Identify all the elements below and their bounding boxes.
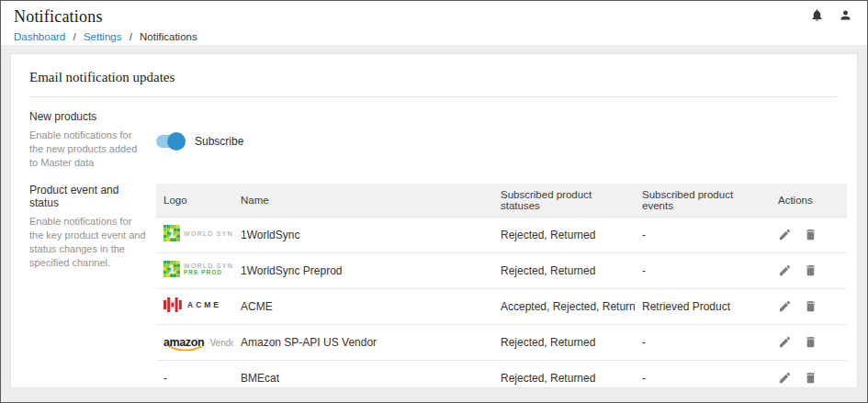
edit-button[interactable] xyxy=(778,228,792,241)
notifications-bell-button[interactable] xyxy=(810,8,824,22)
toggle-knob xyxy=(167,132,186,151)
subscribe-toggle-row: Subscribe xyxy=(156,112,243,171)
divider xyxy=(29,96,839,97)
page-title: Notifications xyxy=(14,7,854,27)
cell-logo: ACME xyxy=(156,288,233,324)
breadcrumb-dashboard[interactable]: Dashboard xyxy=(14,31,65,42)
acme-logo: ACME xyxy=(163,297,221,313)
cell-events: - xyxy=(635,217,771,252)
worldsync-logo: 1 WORLD SYNC™ xyxy=(163,225,233,241)
top-bar: Notifications Dashboard / Settings / Not… xyxy=(1,1,867,45)
column-header-name: Name xyxy=(233,184,493,218)
cell-events: - xyxy=(635,360,771,396)
new-products-section: New products Enable notifications for th… xyxy=(29,110,839,171)
edit-button[interactable] xyxy=(778,263,792,277)
table-row: ACME ACME Accepted, Rejected, Returned R… xyxy=(156,288,847,324)
cell-events: - xyxy=(635,252,771,288)
cell-statuses: Rejected, Returned xyxy=(493,252,635,288)
delete-button[interactable] xyxy=(804,335,817,349)
cell-actions xyxy=(771,217,847,252)
column-header-logo: Logo xyxy=(156,184,233,218)
cell-actions xyxy=(771,360,847,396)
no-logo-placeholder: - xyxy=(163,372,167,385)
acme-bars-icon xyxy=(163,297,182,313)
pencil-icon xyxy=(778,374,792,387)
cell-name: 1WorldSync xyxy=(233,217,493,252)
trash-icon xyxy=(804,230,817,244)
cell-statuses: Rejected, Returned xyxy=(493,324,635,360)
cell-logo: 1 WORLD SYNC™PRE PROD xyxy=(156,252,233,288)
amazon-logo-subtext: ·Vendor xyxy=(207,338,233,348)
column-header-statuses: Subscribed product statuses xyxy=(493,184,635,218)
user-icon xyxy=(839,11,852,25)
subscribe-toggle[interactable] xyxy=(156,135,184,148)
delete-button[interactable] xyxy=(804,228,817,241)
product-event-label: Product event and status xyxy=(29,184,147,209)
amazon-logo: amazon ·Vendor xyxy=(163,336,233,349)
table-row: 1 WORLD SYNC™PRE PROD 1WorldSync Preprod… xyxy=(156,252,847,288)
breadcrumb: Dashboard / Settings / Notifications xyxy=(14,31,854,42)
user-account-button[interactable] xyxy=(839,8,852,22)
breadcrumb-settings[interactable]: Settings xyxy=(84,31,122,42)
svg-text:1: 1 xyxy=(168,263,175,276)
email-notifications-card: Email notification updates New products … xyxy=(10,53,858,388)
trash-icon xyxy=(804,374,817,387)
breadcrumb-separator: / xyxy=(73,31,75,42)
cell-name: Amazon SP-API US Vendor xyxy=(233,324,493,360)
trash-icon xyxy=(804,338,817,352)
cell-actions xyxy=(771,252,847,288)
acme-logo-text: ACME xyxy=(187,300,221,309)
pencil-icon xyxy=(778,266,792,280)
edit-button[interactable] xyxy=(778,371,792,385)
column-header-events: Subscribed product events xyxy=(635,184,771,218)
breadcrumb-separator: / xyxy=(130,31,132,42)
breadcrumb-current: Notifications xyxy=(140,31,197,42)
svg-text:1: 1 xyxy=(168,227,175,241)
worldsync-mosaic-icon: 1 xyxy=(163,261,180,277)
cell-actions xyxy=(771,288,847,324)
amazon-smile-icon xyxy=(168,345,203,352)
topbar-icons xyxy=(810,8,852,22)
worldsync-logo: 1 WORLD SYNC™PRE PROD xyxy=(163,261,233,277)
product-event-description: Enable notifications for the key product… xyxy=(29,215,147,271)
worldsync-mosaic-icon: 1 xyxy=(163,225,180,241)
subscription-table-wrap: Logo Name Subscribed product statuses Su… xyxy=(156,184,847,403)
product-event-label-block: Product event and status Enable notifica… xyxy=(29,184,156,403)
new-products-description: Enable notifications for the new product… xyxy=(29,129,147,171)
subscription-table-body: 1 WORLD SYNC™ 1WorldSync Rejected, Retur… xyxy=(156,217,847,396)
cell-events: - xyxy=(635,324,771,360)
pencil-icon xyxy=(778,302,792,316)
delete-button[interactable] xyxy=(804,263,817,277)
subscription-table-head: Logo Name Subscribed product statuses Su… xyxy=(156,184,847,218)
delete-button[interactable] xyxy=(804,299,817,313)
column-header-actions: Actions xyxy=(771,184,847,218)
pencil-icon xyxy=(778,338,792,352)
card-title: Email notification updates xyxy=(29,70,839,85)
worldsync-logo-text: WORLD SYNC™ xyxy=(184,229,233,238)
new-products-label-block: New products Enable notifications for th… xyxy=(29,110,156,171)
table-row: - BMEcat Rejected, Returned - xyxy=(156,360,847,396)
cell-logo: 1 WORLD SYNC™ xyxy=(156,217,233,252)
cell-statuses: Accepted, Rejected, Returned xyxy=(493,288,635,324)
trash-icon xyxy=(804,302,817,316)
cell-name: BMEcat xyxy=(233,360,493,396)
pencil-icon xyxy=(778,230,792,244)
delete-button[interactable] xyxy=(804,371,817,385)
product-event-section: Product event and status Enable notifica… xyxy=(29,184,839,403)
cell-logo: amazon ·Vendor xyxy=(156,324,233,360)
bell-icon xyxy=(810,11,824,25)
edit-button[interactable] xyxy=(778,299,792,313)
new-products-label: New products xyxy=(29,110,147,123)
worldsync-logo-subtext: PRE PROD xyxy=(184,270,233,276)
trash-icon xyxy=(804,266,817,280)
cell-events: Retrieved Product xyxy=(635,288,771,324)
cell-name: ACME xyxy=(233,288,493,324)
page-content: Email notification updates New products … xyxy=(1,45,867,403)
cell-logo: - xyxy=(156,360,233,396)
edit-button[interactable] xyxy=(778,335,792,349)
subscription-table: Logo Name Subscribed product statuses Su… xyxy=(156,184,847,397)
cell-statuses: Rejected, Returned xyxy=(493,360,635,396)
subscribe-toggle-label: Subscribe xyxy=(195,135,243,148)
table-row: amazon ·Vendor Amazon SP-API US Vendor R… xyxy=(156,324,847,360)
cell-statuses: Rejected, Returned xyxy=(493,217,635,252)
